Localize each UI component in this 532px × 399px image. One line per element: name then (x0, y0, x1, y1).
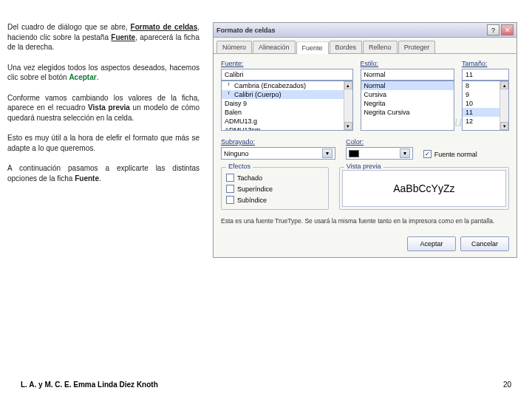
chevron-up-icon[interactable]: ▴ (344, 81, 352, 89)
chevron-down-icon[interactable]: ▾ (344, 122, 352, 130)
dialog-title: Formato de celdas (216, 27, 485, 34)
truetype-note: Esta es una fuente TrueType. Se usará la… (221, 217, 509, 225)
size-list[interactable]: 8 9 10 11 12 ▴▾ (462, 81, 509, 131)
cancel-button[interactable]: Cancelar (460, 236, 509, 251)
preview-group: Vista previa AaBbCcYyZz (339, 167, 509, 210)
font-list[interactable]: ᵀCambria (Encabezados) ᵀCalibri (Cuerpo)… (221, 81, 353, 131)
color-label: Color: (346, 138, 413, 146)
footer-credit: L. A. y M. C. E. Emma Linda Diez Knoth (21, 381, 158, 389)
article-text: Del cuadro de diálogo que se abre, Forma… (7, 22, 200, 258)
strikethrough-checkbox[interactable]: Tachado (226, 172, 324, 183)
size-label: Tamaño: (462, 60, 509, 67)
color-swatch (349, 150, 359, 157)
chevron-down-icon[interactable]: ▾ (500, 122, 508, 130)
tabs: Número Alineación Fuente Bordes Relleno … (214, 38, 516, 54)
normal-font-checkbox[interactable]: ✓ Fuente normal (423, 149, 509, 160)
checkbox-icon (226, 185, 234, 193)
tab-numero[interactable]: Número (216, 41, 252, 53)
underline-label: Subrayado: (221, 138, 335, 146)
preview-box: AaBbCcYyZz (342, 170, 506, 207)
checkbox-icon (226, 196, 234, 204)
superscript-checkbox[interactable]: Superíndice (226, 183, 324, 194)
font-heading-icon: ᵀ (225, 82, 232, 89)
scrollbar[interactable]: ▴▾ (344, 81, 352, 130)
close-button[interactable]: ✕ (501, 24, 514, 35)
tab-relleno[interactable]: Relleno (363, 41, 398, 53)
checkbox-icon: ✓ (423, 150, 432, 158)
scrollbar[interactable]: ▴▾ (499, 81, 508, 130)
font-body-icon: ᵀ (225, 91, 232, 98)
checkbox-icon (226, 174, 234, 182)
size-input[interactable]: 11 (462, 69, 509, 81)
style-list[interactable]: Normal Cursiva Negrita Negrita Cursiva (361, 81, 455, 131)
footer: L. A. y M. C. E. Emma Linda Diez Knoth 2… (21, 381, 511, 389)
style-label: Estilo: (361, 60, 455, 67)
chevron-up-icon[interactable]: ▴ (500, 81, 508, 89)
tab-proteger[interactable]: Proteger (398, 41, 436, 53)
ok-button[interactable]: Aceptar (407, 236, 456, 251)
style-input[interactable]: Normal (361, 69, 455, 81)
chevron-down-icon: ▾ (400, 149, 410, 158)
format-cells-dialog: Formato de celdas ? ✕ Número Alineación … (213, 22, 517, 258)
font-input[interactable]: Calibri (221, 69, 353, 81)
tab-bordes[interactable]: Bordes (330, 41, 363, 53)
help-button[interactable]: ? (487, 24, 499, 35)
effects-group: Efectos Tachado Superíndice Subíndice (221, 167, 329, 210)
subscript-checkbox[interactable]: Subíndice (226, 194, 324, 205)
font-label: Fuente: (221, 60, 353, 67)
page-number: 20 (503, 381, 511, 389)
chevron-down-icon: ▾ (322, 149, 332, 158)
underline-dropdown[interactable]: Ninguno▾ (221, 147, 335, 160)
titlebar[interactable]: Formato de celdas ? ✕ (214, 23, 516, 38)
tab-fuente[interactable]: Fuente (296, 41, 329, 54)
tab-alineacion[interactable]: Alineación (253, 41, 296, 53)
color-dropdown[interactable]: ▾ (346, 147, 413, 160)
